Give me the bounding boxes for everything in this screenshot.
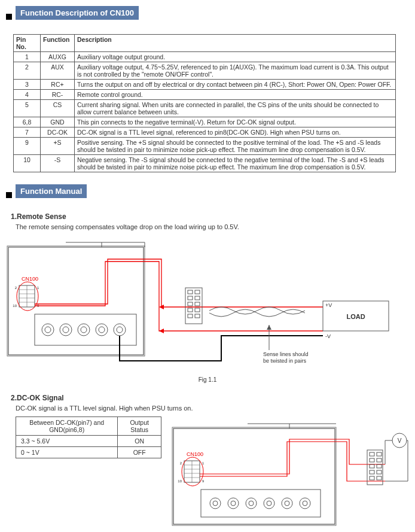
svg-rect-80: [370, 476, 374, 480]
desc-cell: Auxiliary voltage output, 4.75~5.25V, re…: [75, 62, 396, 80]
svg-rect-32: [188, 296, 193, 300]
svg-text:V: V: [398, 437, 402, 444]
desc-cell: This pin connects to the negative termin…: [75, 117, 396, 127]
func-cell: -S: [41, 155, 75, 172]
table-row: 5CSCurrent sharing signal. When units ar…: [14, 100, 396, 117]
desc-cell: Current sharing signal. When units are c…: [75, 100, 396, 117]
pin-cell: 4: [14, 90, 41, 100]
table-row: 6,8GNDThis pin connects to the negative …: [14, 117, 396, 127]
pin-cell: 2: [14, 62, 41, 80]
svg-rect-1: [7, 246, 145, 356]
svg-point-69: [300, 498, 310, 509]
cn100-label-2: CN100: [187, 451, 203, 457]
desc-cell: DC-OK signal is a TTL level signal, refe…: [75, 127, 396, 138]
svg-rect-30: [188, 290, 193, 294]
dc-ok-diagram: 2 1 10 9 CN100 V: [170, 417, 409, 530]
svg-point-17: [42, 324, 54, 336]
svg-text:10: 10: [13, 304, 17, 308]
func-cell: RC+: [41, 80, 75, 90]
table-row: 10-SNegative sensing. The -S signal shou…: [14, 155, 396, 172]
svg-rect-76: [370, 464, 374, 468]
svg-point-24: [99, 327, 105, 333]
func-cell: RC-: [41, 90, 75, 100]
svg-point-70: [303, 501, 307, 506]
svg-point-68: [285, 501, 289, 506]
section2-title: Function Manual: [16, 184, 87, 198]
svg-point-26: [117, 327, 123, 333]
table-row: 4RC-Remote control ground.: [14, 90, 396, 100]
pin-cell: 7: [14, 127, 41, 138]
func-cell: +S: [41, 138, 75, 155]
range-cell: 0 ~ 1V: [16, 447, 118, 458]
svg-text:2: 2: [180, 461, 182, 465]
dc-ok-status-table: Between DC-OK(pin7) and GND(pin6,8) Outp…: [16, 417, 161, 458]
svg-point-66: [267, 501, 271, 506]
range-cell: 3.3 ~ 5.6V: [16, 436, 118, 447]
dc-ok-text: DC-OK signal is a TTL level signal. High…: [16, 405, 409, 412]
pin-table: Pin No. Function Description 1AUXGAuxili…: [13, 34, 396, 172]
section1-header-row: Function Description of CN100: [6, 6, 409, 27]
svg-rect-37: [195, 308, 200, 312]
minus-v-label: -V: [325, 333, 331, 339]
func-cell: AUXG: [41, 52, 75, 62]
plus-v-label: +V: [325, 302, 332, 308]
svg-rect-77: [377, 464, 382, 468]
sense-note-2: be twisted in pairs: [263, 358, 307, 364]
dc-ok-heading: 2.DC-OK Signal: [11, 394, 409, 402]
svg-rect-35: [195, 302, 200, 306]
svg-point-65: [264, 498, 274, 509]
pin-cell: 10: [14, 155, 41, 172]
table-row: 7DC-OKDC-OK signal is a TTL level signal…: [14, 127, 396, 138]
func-cell: DC-OK: [41, 127, 75, 138]
svg-rect-36: [188, 308, 193, 312]
table-row: 1AUXGAuxiliary voltage output ground.: [14, 52, 396, 62]
svg-point-60: [213, 501, 218, 506]
svg-point-64: [249, 501, 254, 506]
desc-cell: Positive sensing. The +S signal should b…: [75, 138, 396, 155]
svg-point-15: [17, 282, 38, 311]
col-description: Description: [75, 35, 396, 52]
svg-rect-75: [377, 458, 382, 462]
svg-point-57: [182, 457, 203, 486]
load-label: LOAD: [346, 313, 365, 320]
svg-marker-42: [267, 325, 271, 330]
table-row: 9+SPositive sensing. The +S signal shoul…: [14, 138, 396, 155]
desc-cell: Turns the output on and off by electrica…: [75, 80, 396, 90]
cn100-label: CN100: [22, 276, 38, 282]
sense-note-1: Sense lines should: [263, 351, 309, 357]
bullet-square-icon: [6, 14, 12, 20]
status-cell: OFF: [118, 447, 161, 458]
svg-text:1: 1: [37, 286, 39, 290]
svg-point-63: [246, 498, 257, 509]
pin-cell: 6,8: [14, 117, 41, 127]
svg-rect-39: [195, 314, 200, 318]
pin-cell: 3: [14, 80, 41, 90]
svg-point-21: [78, 324, 90, 336]
svg-point-59: [210, 498, 221, 509]
status-col-status: Output Status: [118, 417, 161, 436]
svg-rect-73: [377, 452, 382, 456]
svg-rect-34: [188, 302, 193, 306]
section2-header-row: Function Manual: [6, 184, 409, 205]
desc-cell: Auxiliary voltage output ground.: [75, 52, 396, 62]
status-cell: ON: [118, 436, 161, 447]
svg-text:10: 10: [178, 479, 182, 483]
svg-point-61: [228, 498, 239, 509]
svg-marker-28: [159, 329, 164, 333]
svg-rect-16: [35, 314, 136, 345]
fig-caption: Fig 1.1: [6, 376, 409, 383]
section1-title: Function Description of CN100: [16, 6, 139, 20]
remote-sense-heading: 1.Remote Sense: [11, 212, 409, 221]
remote-sense-diagram: 2 1 10 9 CN100 LOAD +V -V Sense lines sh…: [6, 235, 401, 373]
table-row: 0 ~ 1V OFF: [16, 447, 161, 458]
svg-text:2: 2: [15, 286, 17, 290]
pin-cell: 5: [14, 100, 41, 117]
svg-point-67: [282, 498, 292, 509]
svg-point-20: [63, 327, 69, 333]
svg-point-19: [60, 324, 72, 336]
table-row: 3RC+Turns the output on and off by elect…: [14, 80, 396, 90]
svg-point-22: [81, 327, 87, 333]
pin-cell: 1: [14, 52, 41, 62]
col-pin: Pin No.: [14, 35, 41, 52]
svg-point-18: [45, 327, 51, 333]
